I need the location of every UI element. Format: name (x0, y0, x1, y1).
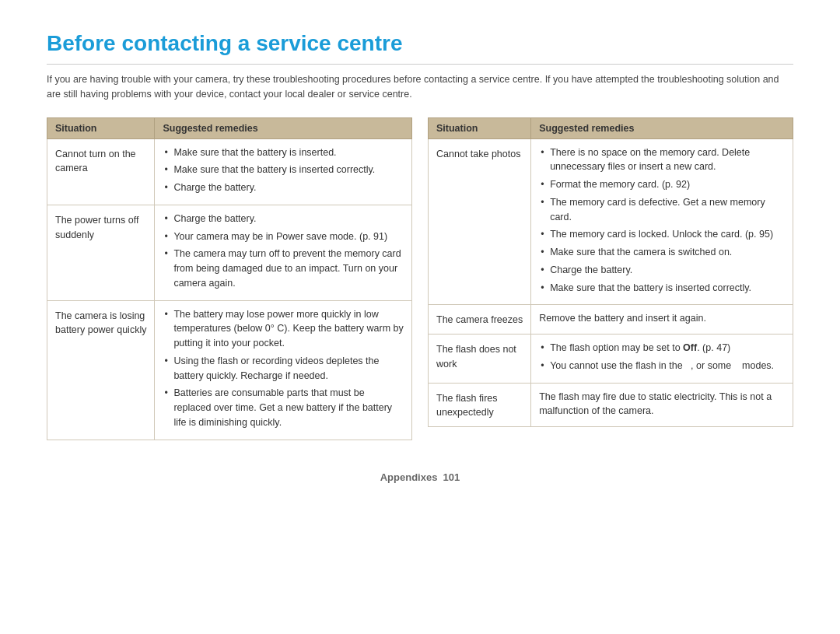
left-col-situation: Situation (47, 117, 155, 138)
right-table-container: Situation Suggested remedies Cannot take… (428, 117, 793, 440)
list-item: Batteries are consumable parts that must… (163, 386, 404, 429)
remedies-cell: Make sure that the battery is inserted. … (155, 138, 412, 205)
right-col-remedies: Suggested remedies (531, 117, 793, 138)
list-item: The battery may lose power more quickly … (163, 307, 404, 351)
list-item: The memory card is locked. Unlock the ca… (539, 227, 785, 242)
intro-text: If you are having trouble with your came… (47, 72, 793, 102)
list-item: The camera may turn off to prevent the m… (163, 247, 404, 290)
list-item: Using the flash or recording videos depl… (163, 354, 404, 384)
right-col-situation: Situation (429, 117, 531, 138)
situation-cell: The flash does notwork (429, 335, 531, 384)
footer-label: Appendixes (380, 471, 438, 483)
table-row: The flash firesunexpectedly The flash ma… (429, 383, 793, 427)
list-item: Format the memory card. (p. 92) (539, 177, 785, 192)
remedies-cell: The battery may lose power more quickly … (155, 300, 412, 440)
list-item: Make sure that the battery is inserted. (163, 145, 404, 160)
situation-cell: Cannot turn on thecamera (47, 138, 155, 205)
list-item: Make sure that the battery is inserted c… (163, 163, 404, 177)
list-item: Charge the battery. (163, 212, 404, 226)
bold-off: Off (683, 342, 697, 353)
situation-cell: The power turns offsuddenly (47, 205, 155, 300)
list-item: The flash option may be set to Off. (p. … (539, 341, 785, 356)
right-table: Situation Suggested remedies Cannot take… (428, 117, 793, 428)
list-item: The memory card is defective. Get a new … (539, 195, 785, 225)
list-item: You cannot use the flash in the , or som… (539, 359, 785, 373)
remedies-cell: Remove the battery and insert it again. (531, 305, 793, 335)
footer-page: 101 (443, 471, 460, 483)
left-col-remedies: Suggested remedies (155, 117, 412, 138)
tables-wrapper: Situation Suggested remedies Cannot turn… (47, 117, 793, 440)
page-title: Before contacting a service centre (47, 31, 793, 65)
left-table: Situation Suggested remedies Cannot turn… (47, 117, 412, 440)
remedies-cell: Charge the battery. Your camera may be i… (155, 205, 412, 300)
list-item: Make sure that the camera is switched on… (539, 245, 785, 260)
situation-cell: Cannot take photos (429, 138, 531, 305)
table-row: The camera is losingbattery power quickl… (47, 300, 412, 440)
list-item: Make sure that the battery is inserted c… (539, 281, 785, 296)
situation-cell: The camera freezes (429, 305, 531, 335)
list-item: Charge the battery. (539, 263, 785, 278)
table-row: The camera freezes Remove the battery an… (429, 305, 793, 335)
situation-cell: The camera is losingbattery power quickl… (47, 300, 155, 440)
table-row: The flash does notwork The flash option … (429, 335, 793, 384)
list-item: Charge the battery. (163, 180, 404, 195)
left-table-container: Situation Suggested remedies Cannot turn… (47, 117, 412, 440)
list-item: Your camera may be in Power save mode. (… (163, 229, 404, 244)
table-row: The power turns offsuddenly Charge the b… (47, 205, 412, 300)
remedies-cell: The flash may fire due to static electri… (531, 383, 793, 427)
situation-cell: The flash firesunexpectedly (429, 383, 531, 427)
table-row: Cannot take photos There is no space on … (429, 138, 793, 305)
footer: Appendixes 101 (47, 471, 793, 483)
table-row: Cannot turn on thecamera Make sure that … (47, 138, 412, 205)
remedies-cell: There is no space on the memory card. De… (531, 138, 793, 305)
list-item: There is no space on the memory card. De… (539, 145, 785, 175)
remedies-cell: The flash option may be set to Off. (p. … (531, 335, 793, 384)
